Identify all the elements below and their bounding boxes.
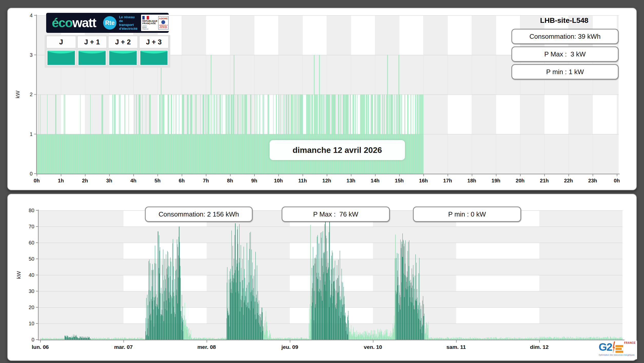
- svg-text:3h: 3h: [106, 178, 112, 183]
- day-button-j[interactable]: J: [46, 36, 76, 48]
- svg-text:sam. 11: sam. 11: [447, 344, 466, 350]
- day-button-j1[interactable]: J + 1: [77, 36, 107, 48]
- svg-text:kW: kW: [16, 271, 22, 279]
- green-signal-icon: [47, 51, 75, 65]
- svg-text:jeu. 09: jeu. 09: [281, 344, 298, 350]
- ecowatt-signal-tile-j[interactable]: [46, 50, 76, 66]
- day-pmin-box: P min : 1 kW: [511, 64, 619, 80]
- svg-text:40: 40: [29, 272, 34, 278]
- svg-text:1h: 1h: [58, 178, 64, 183]
- svg-text:30: 30: [29, 288, 34, 294]
- ademe-globe-icon: [161, 20, 165, 24]
- svg-text:12h: 12h: [322, 178, 331, 183]
- svg-text:2: 2: [30, 92, 33, 97]
- week-pmin-box: P min : 0 kW: [413, 207, 521, 222]
- ecowatt-banner: écowatt Rte Le réseau de transport d'éle…: [46, 13, 169, 33]
- g2-e-bars-icon: [616, 341, 623, 353]
- svg-text:10: 10: [29, 321, 34, 326]
- svg-text:0h: 0h: [614, 178, 620, 183]
- svg-text:3: 3: [30, 52, 33, 58]
- svg-text:mar. 07: mar. 07: [114, 344, 133, 350]
- svg-text:8h: 8h: [227, 178, 233, 183]
- rte-tagline: Le réseau de transport d'électricité: [119, 15, 137, 31]
- svg-text:ven. 10: ven. 10: [364, 344, 382, 350]
- french-flag-icon: [142, 16, 149, 19]
- svg-text:0: 0: [32, 337, 34, 342]
- day-selector: J J + 1 J + 2 J + 3: [45, 35, 170, 68]
- day-consumption-box: Consommation: 39 kWh: [511, 29, 619, 44]
- svg-text:15h: 15h: [395, 178, 404, 183]
- svg-text:19h: 19h: [492, 178, 500, 183]
- green-signal-icon: [140, 51, 168, 65]
- week-consumption-box: Consommation: 2 156 kWh: [145, 207, 253, 222]
- ecowatt-signal-tile-j1[interactable]: [77, 50, 107, 66]
- svg-text:11h: 11h: [298, 178, 307, 183]
- day-button-j3[interactable]: J + 3: [139, 36, 169, 48]
- svg-text:mer. 08: mer. 08: [197, 344, 216, 350]
- green-signal-icon: [78, 51, 106, 65]
- svg-text:20: 20: [29, 305, 34, 310]
- svg-text:60: 60: [29, 240, 34, 246]
- svg-text:4: 4: [30, 13, 33, 18]
- svg-text:kW: kW: [15, 91, 21, 99]
- ecowatt-signal-tile-j2[interactable]: [108, 50, 138, 66]
- site-title: LHB-site-L548: [511, 16, 617, 25]
- svg-text:70: 70: [29, 224, 34, 229]
- g2-logo: G2 FRANCE Optimisation des ressources én…: [597, 340, 637, 359]
- top-chart-panel: 012340h1h2h3h4h5h6h7h8h9h10h11h12h13h14h…: [7, 8, 637, 190]
- svg-text:6h: 6h: [179, 178, 185, 183]
- bottom-chart-panel: 01020304050607080lun. 06mar. 07mer. 08je…: [7, 194, 637, 361]
- svg-text:2h: 2h: [82, 178, 88, 183]
- svg-text:10h: 10h: [274, 178, 283, 183]
- lightning-icon: [612, 341, 615, 353]
- stage: 012340h1h2h3h4h5h6h7h8h9h10h11h12h13h14h…: [0, 0, 644, 363]
- svg-text:14h: 14h: [371, 178, 379, 183]
- rte-logo: Rte: [103, 16, 116, 30]
- svg-text:80: 80: [29, 208, 34, 213]
- ecowatt-signal-tile-j3[interactable]: [139, 50, 169, 66]
- ademe-logo: ADEME AGENCE DE LA TRANSITION ÉCOLOGIQUE: [158, 16, 169, 30]
- green-signal-icon: [109, 51, 137, 65]
- ecowatt-watt-text: watt: [72, 16, 96, 30]
- svg-text:50: 50: [29, 256, 34, 262]
- date-badge: dimanche 12 avril 2026: [270, 140, 405, 160]
- svg-text:21h: 21h: [540, 178, 549, 183]
- svg-text:dim. 12: dim. 12: [530, 344, 549, 350]
- svg-text:7h: 7h: [203, 178, 209, 183]
- svg-text:0h: 0h: [34, 178, 39, 183]
- svg-text:13h: 13h: [346, 178, 355, 183]
- svg-text:16h: 16h: [419, 178, 428, 183]
- day-button-j2[interactable]: J + 2: [108, 36, 138, 48]
- svg-text:4h: 4h: [130, 178, 136, 183]
- svg-text:23h: 23h: [588, 178, 597, 183]
- svg-text:18h: 18h: [467, 178, 476, 183]
- week-pmax-box: P Max : 76 kW: [282, 207, 390, 222]
- svg-text:17h: 17h: [443, 178, 452, 183]
- svg-text:1: 1: [30, 131, 33, 137]
- day-pmax-box: P Max : 3 kW: [511, 46, 619, 62]
- svg-text:lun. 06: lun. 06: [32, 344, 49, 350]
- svg-text:5h: 5h: [155, 178, 161, 183]
- gov-badge: RÉPUBLIQUE FRANÇAISE Liberté Égalité Fra…: [141, 15, 169, 31]
- svg-text:22h: 22h: [564, 178, 573, 183]
- svg-text:0: 0: [30, 171, 33, 176]
- svg-text:20h: 20h: [516, 178, 524, 183]
- svg-text:9h: 9h: [251, 178, 257, 183]
- ecowatt-eco-text: éco: [52, 16, 72, 30]
- ecowatt-wordmark: écowatt: [52, 16, 96, 29]
- republique-francaise-logo: RÉPUBLIQUE FRANÇAISE Liberté Égalité Fra…: [142, 16, 157, 30]
